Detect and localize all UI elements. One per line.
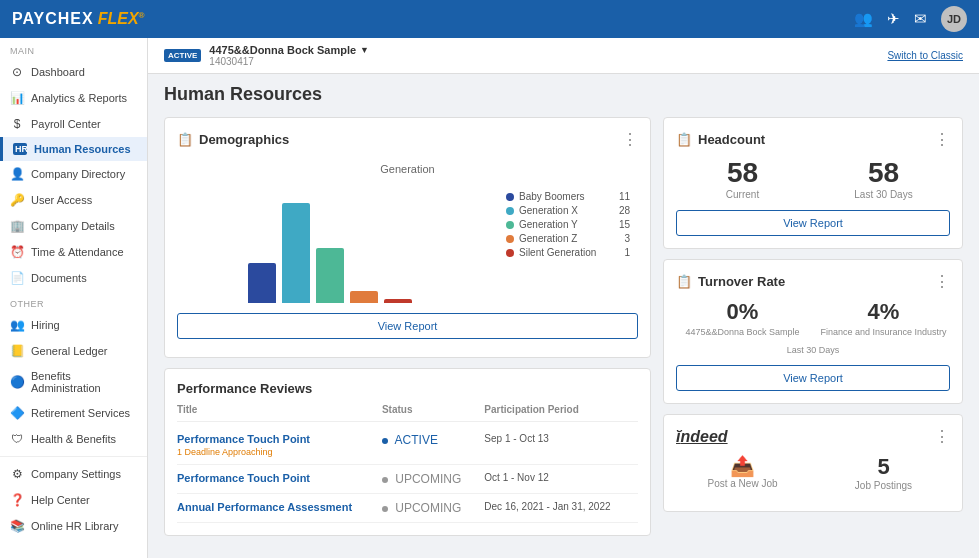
chevron-down-icon[interactable]: ▼ [360, 45, 369, 55]
sidebar-item-hiring[interactable]: 👥 Hiring [0, 312, 147, 338]
sidebar-item-company-settings[interactable]: ⚙ Company Settings [0, 461, 147, 487]
health-icon: 🛡 [10, 432, 24, 446]
sidebar-item-user-access[interactable]: 🔑 User Access [0, 187, 147, 213]
perf-row-3-title[interactable]: Annual Performance Assessment [177, 501, 382, 513]
perf-row-2: Performance Touch Point UPCOMING Oct 1 -… [177, 465, 638, 494]
legend-value: 11 [619, 191, 630, 202]
dashboard-grid: 📋 Demographics ⋮ Generation [148, 111, 979, 552]
turnover-industry: 4% Finance and Insurance Industry [817, 299, 950, 337]
sidebar-item-payroll[interactable]: $ Payroll Center [0, 111, 147, 137]
headcount-card: 📋 Headcount ⋮ 58 Current 58 Last 30 Days [663, 117, 963, 249]
legend-baby-boomers: Baby Boomers 11 [506, 191, 630, 202]
user-avatar[interactable]: JD [941, 6, 967, 32]
indeed-post-job[interactable]: 📤 Post a New Job [676, 454, 809, 491]
logo-flex: FLEX® [98, 10, 145, 28]
sidebar-item-company-details[interactable]: 🏢 Company Details [0, 213, 147, 239]
company-details-icon: 🏢 [10, 219, 24, 233]
sidebar-item-label: Analytics & Reports [31, 92, 127, 104]
legend-dot-gen-x [506, 207, 514, 215]
perf-row-1-sub: 1 Deadline Approaching [177, 447, 382, 457]
help-icon: ❓ [10, 493, 24, 507]
perf-row-1: Performance Touch Point 1 Deadline Appro… [177, 426, 638, 465]
indeed-menu-icon[interactable]: ⋮ [934, 427, 950, 446]
perf-row-1-title-col: Performance Touch Point 1 Deadline Appro… [177, 433, 382, 457]
settings-icon: ⚙ [10, 467, 24, 481]
turnover-company-label: 4475&&Donna Bock Sample [676, 327, 809, 337]
demographics-view-report-btn[interactable]: View Report [177, 313, 638, 339]
top-nav-icons: 👥 ✈ ✉ JD [854, 6, 967, 32]
perf-row-1-title[interactable]: Performance Touch Point [177, 433, 382, 445]
legend-dot-gen-y [506, 221, 514, 229]
legend-label: Generation Y [519, 219, 578, 230]
indeed-logo: ĭndeed [676, 428, 728, 446]
turnover-period: Last 30 Days [676, 345, 950, 355]
send-icon[interactable]: ✈ [887, 10, 900, 28]
bar-chart-container [177, 183, 482, 303]
bar-baby-boomers [248, 263, 276, 303]
demographics-menu-icon[interactable]: ⋮ [622, 130, 638, 149]
sidebar-item-hr[interactable]: HR Human Resources [0, 137, 147, 161]
sidebar-item-time[interactable]: ⏰ Time & Attendance [0, 239, 147, 265]
turnover-title: Turnover Rate [698, 274, 785, 289]
sidebar-item-label: Benefits Administration [31, 370, 137, 394]
legend-gen-z: Generation Z 3 [506, 233, 630, 244]
sidebar-item-label: Hiring [31, 319, 60, 331]
retirement-icon: 🔷 [10, 406, 24, 420]
sidebar-main-label: MAIN [0, 38, 147, 59]
switch-classic-link[interactable]: Switch to Classic [887, 50, 963, 61]
turnover-view-report-btn[interactable]: View Report [676, 365, 950, 391]
turnover-card-icon: 📋 [676, 274, 692, 289]
sidebar-item-online-hr[interactable]: 📚 Online HR Library [0, 513, 147, 539]
headcount-last30-label: Last 30 Days [817, 189, 950, 200]
company-selector[interactable]: ACTIVE 4475&&Donna Bock Sample ▼ 1403041… [164, 44, 369, 67]
bar-gen-y [316, 248, 344, 303]
mail-icon[interactable]: ✉ [914, 10, 927, 28]
sidebar-item-label: Time & Attendance [31, 246, 124, 258]
bar-gen-z [350, 291, 378, 303]
indeed-card-header: ĭndeed ⋮ [676, 427, 950, 446]
sidebar-item-retirement[interactable]: 🔷 Retirement Services [0, 400, 147, 426]
turnover-company-value: 0% [676, 299, 809, 325]
sidebar-item-directory[interactable]: 👤 Company Directory [0, 161, 147, 187]
sidebar-item-benefits[interactable]: 🔵 Benefits Administration [0, 364, 147, 400]
sidebar-item-label: User Access [31, 194, 92, 206]
bar-silent [384, 299, 412, 303]
page-title: Human Resources [164, 84, 963, 105]
headcount-last30: 58 Last 30 Days [817, 157, 950, 200]
bar-gen-x-bar [282, 203, 310, 303]
documents-icon: 📄 [10, 271, 24, 285]
indeed-job-postings: 5 Job Postings [817, 454, 950, 491]
perf-table-header: Title Status Participation Period [177, 404, 638, 422]
sidebar-item-health[interactable]: 🛡 Health & Benefits [0, 426, 147, 452]
users-icon[interactable]: 👥 [854, 10, 873, 28]
turnover-card: 📋 Turnover Rate ⋮ 0% 4475&&Donna Bock Sa… [663, 259, 963, 404]
sidebar-item-general-ledger[interactable]: 📒 General Ledger [0, 338, 147, 364]
analytics-icon: 📊 [10, 91, 24, 105]
legend-left: Generation Y [506, 219, 578, 230]
sidebar-item-label: Online HR Library [31, 520, 118, 532]
perf-row-2-title[interactable]: Performance Touch Point [177, 472, 382, 484]
directory-icon: 👤 [10, 167, 24, 181]
hr-icon: HR [13, 143, 27, 155]
sidebar-item-label: Documents [31, 272, 87, 284]
company-badge: ACTIVE [164, 49, 201, 62]
status-label-active: ACTIVE [395, 433, 438, 447]
sidebar-other-label: OTHER [0, 291, 147, 312]
sidebar-item-help[interactable]: ❓ Help Center [0, 487, 147, 513]
headcount-view-report-btn[interactable]: View Report [676, 210, 950, 236]
legend-value: 15 [619, 219, 630, 230]
sidebar-item-documents[interactable]: 📄 Documents [0, 265, 147, 291]
performance-reviews-card: Performance Reviews Title Status Partici… [164, 368, 651, 536]
sidebar-item-dashboard[interactable]: ⊙ Dashboard [0, 59, 147, 85]
turnover-menu-icon[interactable]: ⋮ [934, 272, 950, 291]
demographics-card-header: 📋 Demographics ⋮ [177, 130, 638, 149]
headcount-menu-icon[interactable]: ⋮ [934, 130, 950, 149]
sidebar-item-label: Company Settings [31, 468, 121, 480]
perf-card-title: Performance Reviews [177, 381, 312, 396]
content-area: ACTIVE 4475&&Donna Bock Sample ▼ 1403041… [148, 38, 979, 558]
hiring-icon: 👥 [10, 318, 24, 332]
col-period: Participation Period [484, 404, 638, 415]
perf-row-3: Annual Performance Assessment UPCOMING D… [177, 494, 638, 523]
sidebar-item-analytics[interactable]: 📊 Analytics & Reports [0, 85, 147, 111]
bar-chart [177, 183, 482, 303]
